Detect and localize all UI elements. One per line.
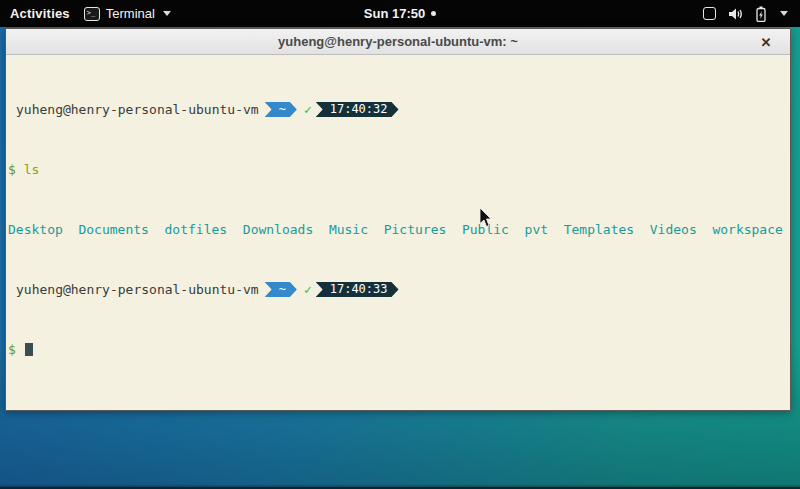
battery-charging-icon [756, 6, 766, 22]
volume-icon [728, 7, 744, 21]
screen-icon [703, 7, 716, 20]
window-titlebar[interactable]: yuheng@henry-personal-ubuntu-vm: ~ ✕ [6, 29, 790, 55]
prompt-time-segment: 17:40:33 [316, 282, 399, 297]
system-menu-chevron-icon [780, 11, 788, 16]
typed-command: ls [24, 162, 40, 177]
prompt-path-segment: ~ [265, 282, 297, 297]
prompt-time-segment: 17:40:32 [316, 102, 399, 117]
input-line[interactable]: $ [8, 342, 790, 357]
close-button[interactable]: ✕ [756, 29, 776, 55]
check-icon: ✓ [304, 102, 312, 117]
command-line: $ ls [8, 162, 790, 177]
text-cursor [25, 343, 33, 356]
notification-dot [431, 11, 436, 16]
prompt-user: yuheng@henry-personal-ubuntu-vm [8, 102, 259, 117]
prompt-dollar: $ [8, 162, 16, 177]
activities-button[interactable]: Activities [10, 6, 70, 21]
mouse-cursor [479, 208, 492, 228]
prompt-line: yuheng@henry-personal-ubuntu-vm ~ ✓ 17:4… [8, 102, 790, 117]
terminal-content[interactable]: yuheng@henry-personal-ubuntu-vm ~ ✓ 17:4… [6, 55, 790, 410]
terminal-window: yuheng@henry-personal-ubuntu-vm: ~ ✕ yuh… [5, 28, 791, 411]
prompt-user: yuheng@henry-personal-ubuntu-vm [8, 282, 259, 297]
app-menu[interactable]: >_ Terminal [84, 6, 171, 21]
chevron-down-icon [163, 11, 171, 16]
prompt-dollar: $ [8, 342, 16, 357]
prompt-path-segment: ~ [265, 102, 297, 117]
window-title: yuheng@henry-personal-ubuntu-vm: ~ [6, 34, 790, 49]
system-tray[interactable] [703, 0, 800, 27]
prompt-line: yuheng@henry-personal-ubuntu-vm ~ ✓ 17:4… [8, 282, 790, 297]
clock[interactable]: Sun 17:50 [364, 6, 425, 21]
check-icon: ✓ [304, 282, 312, 297]
top-bar: Activities >_ Terminal Sun 17:50 [0, 0, 800, 27]
app-menu-label: Terminal [106, 6, 155, 21]
ls-output: Desktop Documents dotfiles Downloads Mus… [8, 222, 790, 237]
terminal-icon: >_ [84, 7, 100, 21]
